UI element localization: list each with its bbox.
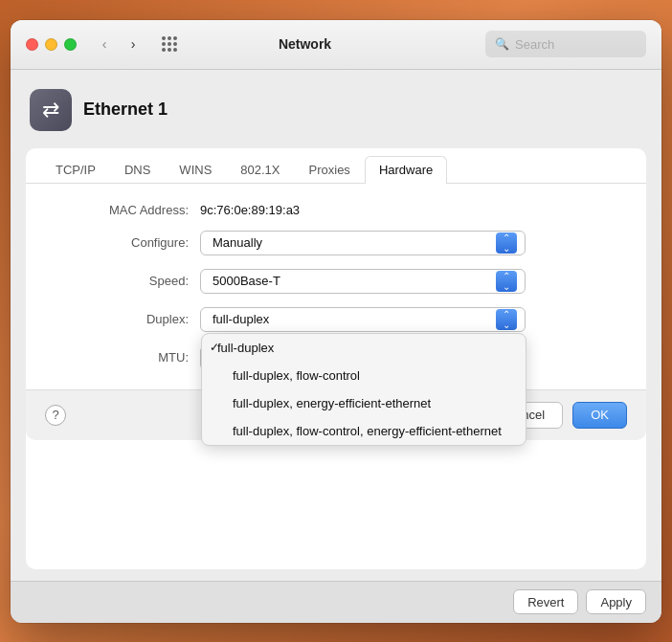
configure-label: Configure: — [55, 235, 189, 250]
device-icon: ⇄ — [30, 89, 72, 131]
minimize-button[interactable] — [45, 38, 57, 51]
search-icon: 🔍 — [495, 37, 509, 51]
speed-arrow: ⌃⌄ — [496, 271, 517, 292]
help-button[interactable]: ? — [45, 405, 66, 426]
device-name: Ethernet 1 — [83, 100, 168, 120]
close-button[interactable] — [26, 38, 38, 51]
configure-value: Manually — [213, 235, 262, 250]
search-placeholder: Search — [515, 37, 554, 52]
ok-button[interactable]: OK — [572, 402, 627, 429]
duplex-arrow: ⌃⌄ — [496, 309, 517, 330]
configure-select[interactable]: Manually ⌃⌄ — [200, 231, 526, 255]
device-header: ⇄ Ethernet 1 — [26, 81, 646, 139]
apply-button[interactable]: Apply — [586, 589, 646, 614]
tab-tcpip[interactable]: TCP/IP — [41, 156, 110, 183]
speed-row: Speed: 5000Base-T ⌃⌄ — [55, 269, 617, 294]
mtu-label: MTU: — [55, 350, 189, 365]
speed-select[interactable]: 5000Base-T ⌃⌄ — [200, 269, 526, 294]
main-window: ‹ › Network 🔍 Search ⇄ Ethernet 1 — [11, 20, 661, 623]
search-box[interactable]: 🔍 Search — [485, 31, 646, 57]
dropdown-item-2[interactable]: full-duplex, energy-efficient-ethernet — [202, 389, 526, 417]
maximize-button[interactable] — [64, 38, 77, 51]
dropdown-item-1[interactable]: full-duplex, flow-control — [202, 362, 526, 389]
configure-row: Configure: Manually ⌃⌄ — [55, 231, 617, 255]
duplex-dropdown: full-duplex full-duplex, flow-control fu… — [201, 333, 526, 446]
mac-value: 9c:76:0e:89:19:a3 — [200, 203, 300, 217]
traffic-lights — [26, 38, 77, 51]
settings-panel: TCP/IP DNS WINS 802.1X Proxies Hardware … — [26, 148, 646, 569]
duplex-select[interactable]: full-duplex ⌃⌄ full-duplex full-dupl — [200, 307, 526, 332]
chevron-icon: ⌃⌄ — [503, 232, 510, 254]
duplex-label: Duplex: — [55, 312, 189, 326]
back-button[interactable]: ‹ — [92, 33, 117, 55]
dropdown-item-0[interactable]: full-duplex — [202, 334, 526, 362]
speed-value: 5000Base-T — [213, 274, 280, 288]
tab-proxies[interactable]: Proxies — [295, 156, 365, 183]
chevron-icon-2: ⌃⌄ — [503, 271, 510, 292]
tab-wins[interactable]: WINS — [165, 156, 226, 183]
content-area: ⇄ Ethernet 1 TCP/IP DNS WINS 802.1X Prox… — [11, 70, 661, 581]
tab-dns[interactable]: DNS — [110, 156, 165, 183]
dropdown-item-label-0: full-duplex — [217, 341, 274, 355]
mac-row: MAC Address: 9c:76:0e:89:19:a3 — [55, 203, 617, 217]
configure-arrow: ⌃⌄ — [496, 232, 517, 254]
revert-button[interactable]: Revert — [513, 589, 578, 614]
mac-label: MAC Address: — [55, 203, 189, 217]
dropdown-item-label-2: full-duplex, energy-efficient-ethernet — [233, 396, 431, 410]
dropdown-item-label-1: full-duplex, flow-control — [233, 368, 360, 383]
dropdown-item-3[interactable]: full-duplex, flow-control, energy-effici… — [202, 417, 526, 445]
window-title: Network — [136, 36, 474, 52]
dropdown-item-label-3: full-duplex, flow-control, energy-effici… — [233, 424, 502, 438]
form-area: MAC Address: 9c:76:0e:89:19:a3 Configure… — [26, 184, 646, 389]
window-bottom-bar: Revert Apply — [11, 581, 661, 623]
tab-hardware[interactable]: Hardware — [365, 156, 447, 184]
duplex-value: full-duplex — [213, 312, 269, 326]
speed-label: Speed: — [55, 274, 189, 288]
panel-inner: TCP/IP DNS WINS 802.1X Proxies Hardware … — [26, 148, 646, 440]
tab-8021x[interactable]: 802.1X — [226, 156, 294, 183]
tabs-bar: TCP/IP DNS WINS 802.1X Proxies Hardware — [26, 148, 646, 184]
titlebar: ‹ › Network 🔍 Search — [11, 20, 661, 70]
duplex-row: Duplex: full-duplex ⌃⌄ full-duplex — [55, 307, 617, 332]
chevron-icon-3: ⌃⌄ — [503, 309, 510, 330]
